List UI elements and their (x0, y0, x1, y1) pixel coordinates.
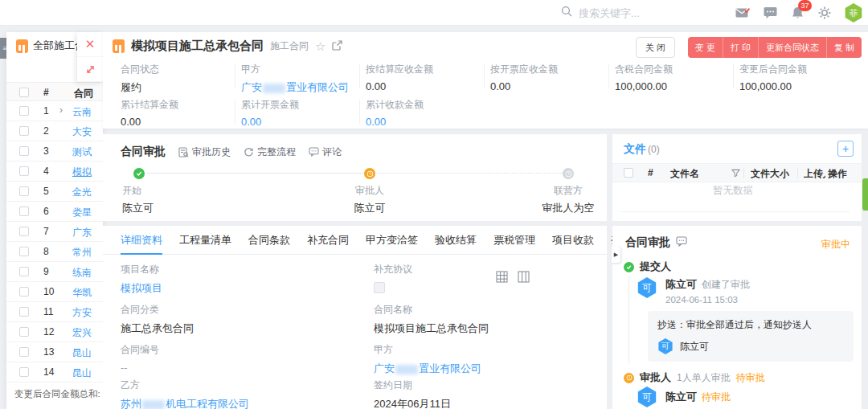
filter-funnel-icon[interactable] (731, 169, 740, 180)
row-num: 5 (43, 186, 49, 197)
row-checkbox[interactable] (19, 166, 29, 176)
grid-view-icon[interactable] (496, 271, 508, 283)
tab-terms[interactable]: 合同条款 (248, 226, 290, 255)
table-row[interactable]: 11方安 (6, 302, 103, 322)
table-row[interactable]: 2大安 (6, 121, 103, 141)
contract-link[interactable]: 云南 (72, 105, 103, 119)
panel-collapse-handle[interactable]: ▶ (612, 247, 620, 263)
files-select-all-checkbox[interactable] (624, 168, 633, 178)
close-button[interactable]: 关 闭 (636, 37, 675, 58)
row-checkbox[interactable] (19, 146, 29, 156)
field-cum-receipt: 累计收款金额 0.00 (366, 98, 424, 128)
expand-list-button[interactable] (77, 57, 103, 82)
cum-receipt-link[interactable]: 0.00 (366, 116, 424, 128)
field-cum-settle: 累计结算金额 0.00 (121, 98, 178, 128)
row-checkbox[interactable] (19, 106, 29, 116)
supplement-checkbox[interactable] (374, 282, 385, 293)
cum-invoice-link[interactable]: 0.00 (241, 116, 299, 128)
change-button[interactable]: 变 更 (688, 37, 723, 58)
row-checkbox[interactable] (19, 287, 29, 297)
row-num: 12 (43, 326, 54, 337)
select-all-checkbox[interactable] (19, 88, 29, 97)
print-button[interactable]: 打 印 (723, 37, 759, 58)
project-link[interactable]: 模拟项目 (121, 281, 162, 296)
contract-link[interactable]: 昆山 (72, 366, 103, 380)
full-process-link[interactable]: 完整流程 (244, 145, 296, 159)
contract-link[interactable]: 大安 (72, 125, 103, 139)
field-label: 合同分类 (121, 303, 194, 317)
settings-gear-icon[interactable] (817, 5, 833, 21)
mail-icon[interactable] (735, 5, 751, 21)
table-row[interactable]: 3测试 (6, 141, 103, 162)
tab-collection[interactable]: 项目收款 (552, 226, 594, 255)
contract-link[interactable]: 华凯 (72, 286, 103, 300)
row-checkbox[interactable] (19, 247, 29, 256)
close-list-button[interactable]: ✕ (77, 32, 103, 57)
column-view-icon[interactable] (518, 271, 530, 283)
tab-detail[interactable]: 详细资料 (121, 226, 162, 255)
contract-rows: 1›云南 2大安 3测试 4模拟 5金光 6娄星 7广东 8常州 9练南 10华… (6, 101, 103, 382)
table-row[interactable]: 14昆山 (6, 362, 103, 382)
approval-history-link[interactable]: 审批历史 (178, 145, 231, 159)
user-avatar[interactable]: 菲 (844, 3, 863, 22)
contract-link[interactable]: 广东 (72, 226, 103, 239)
step-start: 开始 陈立可 (122, 184, 154, 215)
row-checkbox[interactable] (19, 267, 29, 276)
row-checkbox[interactable] (19, 227, 29, 236)
field-value: 100,000.00 (615, 80, 673, 92)
table-row[interactable]: 5金光 (6, 182, 103, 202)
step-person: 陈立可 (122, 201, 154, 215)
copy-button[interactable]: 复 制 (827, 37, 862, 58)
party-a-link[interactable]: 广安置业有限公司 (241, 80, 349, 95)
files-count: (0) (648, 144, 660, 155)
row-checkbox[interactable] (19, 207, 29, 216)
table-row[interactable]: 13昆山 (6, 342, 103, 362)
update-status-button[interactable]: 更新合同状态 (759, 37, 827, 58)
party-b-link[interactable]: 苏州机电工程有限公司 (121, 397, 249, 409)
contract-link[interactable]: 方安 (72, 306, 103, 320)
row-checkbox[interactable] (19, 367, 29, 377)
row-num: 11 (43, 306, 53, 317)
table-row[interactable]: 4模拟 (6, 162, 103, 182)
row-expand-icon[interactable]: › (59, 104, 63, 116)
step-person: 审批人为空 (528, 201, 608, 215)
contract-link[interactable]: 常州 (72, 246, 103, 260)
table-row[interactable]: 8常州 (6, 242, 103, 262)
row-checkbox[interactable] (19, 307, 29, 317)
tab-tax[interactable]: 票税管理 (493, 226, 535, 255)
contract-link[interactable]: 金光 (72, 186, 103, 199)
tab-boq[interactable]: 工程量清单 (179, 226, 231, 255)
tab-supplement[interactable]: 补充合同 (307, 226, 349, 255)
tab-partya-change[interactable]: 甲方变洽签 (366, 226, 418, 255)
field-taxed-amount: 含税合同金额 100,000.00 (615, 63, 673, 92)
contract-link[interactable]: 练南 (72, 266, 103, 280)
history-doc-icon (178, 147, 189, 157)
contract-link[interactable]: 娄星 (72, 206, 103, 219)
comment-link[interactable]: 评论 (309, 145, 342, 159)
row-checkbox[interactable] (19, 347, 29, 357)
contract-link[interactable]: 宏兴 (72, 326, 103, 340)
table-row[interactable]: 12宏兴 (6, 322, 103, 342)
side-green-tab[interactable] (862, 178, 868, 211)
open-external-icon[interactable] (332, 39, 342, 54)
row-checkbox[interactable] (19, 327, 29, 337)
field-invoice-receivable: 按开票应收金额 0.00 (490, 63, 558, 92)
contract-link[interactable]: 昆山 (72, 346, 103, 360)
row-checkbox[interactable] (19, 126, 29, 136)
tab-acceptance[interactable]: 验收结算 (435, 226, 477, 255)
add-file-button[interactable]: + (837, 141, 854, 157)
party-a-link[interactable]: 广安置业有限公司 (374, 362, 481, 376)
contract-link[interactable]: 测试 (72, 145, 103, 159)
table-row[interactable]: 6娄星 (6, 202, 103, 222)
table-row[interactable]: 7广东 (6, 222, 103, 242)
search-input[interactable] (579, 7, 699, 19)
table-row[interactable]: 1›云南 (6, 101, 103, 121)
comment-bubble-icon[interactable] (676, 235, 687, 250)
contract-link-selected[interactable]: 模拟 (72, 166, 103, 179)
row-checkbox[interactable] (19, 186, 29, 196)
chat-icon[interactable] (762, 5, 778, 21)
table-row[interactable]: 9练南 (6, 262, 103, 282)
bell-icon[interactable]: 37 (789, 5, 805, 21)
table-row[interactable]: 10华凯 (6, 282, 103, 302)
favorite-star-icon[interactable]: ☆ (315, 40, 326, 52)
